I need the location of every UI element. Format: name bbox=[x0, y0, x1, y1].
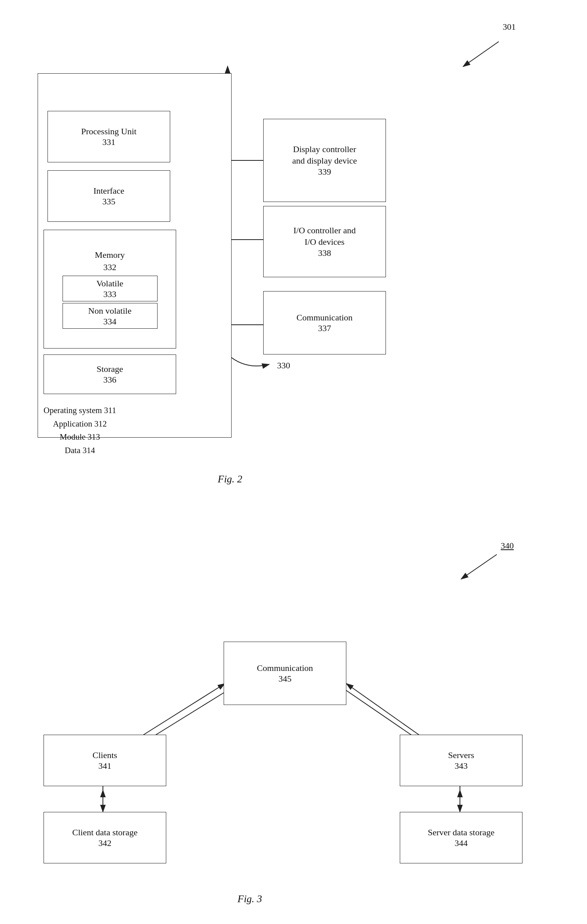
processing-unit-title: Processing Unit bbox=[81, 126, 137, 137]
clients-num: 341 bbox=[99, 761, 112, 771]
ref-330: 330 bbox=[277, 360, 290, 371]
ref-301: 301 bbox=[503, 22, 516, 32]
ref-340: 340 bbox=[501, 541, 514, 551]
fig3-label: Fig. 3 bbox=[237, 893, 262, 905]
server-data-storage-title: Server data storage bbox=[428, 827, 495, 838]
client-data-storage-num: 342 bbox=[99, 838, 112, 848]
svg-line-4 bbox=[463, 42, 499, 67]
svg-line-15 bbox=[461, 554, 497, 579]
display-controller-num: 339 bbox=[318, 167, 331, 177]
svg-line-17 bbox=[141, 684, 225, 737]
storage-num: 336 bbox=[103, 375, 116, 385]
servers-title: Servers bbox=[448, 750, 474, 761]
processing-unit-num: 331 bbox=[103, 137, 116, 147]
clients-title: Clients bbox=[93, 750, 117, 761]
servers-num: 343 bbox=[455, 761, 468, 771]
server-data-storage-num: 344 bbox=[455, 838, 468, 848]
nonvolatile-title: Non volatile bbox=[88, 305, 131, 317]
nonvolatile-num: 334 bbox=[103, 316, 116, 327]
svg-line-19 bbox=[346, 684, 422, 737]
client-data-storage-title: Client data storage bbox=[72, 827, 138, 838]
svg-marker-6 bbox=[225, 65, 230, 73]
os-app-labels: Operating system 311 Application 312 Mod… bbox=[44, 404, 116, 457]
fig2-label: Fig. 2 bbox=[218, 473, 242, 485]
communication345-num: 345 bbox=[279, 674, 292, 684]
volatile-num: 333 bbox=[103, 289, 116, 299]
svg-line-16 bbox=[146, 689, 230, 741]
io-controller-num: 338 bbox=[318, 248, 331, 258]
os-label: Operating system 311 bbox=[44, 404, 116, 417]
data-label: Data 314 bbox=[44, 444, 116, 457]
communication337-title: Communication bbox=[296, 312, 353, 324]
interface-title: Interface bbox=[93, 185, 124, 197]
communication345-title: Communication bbox=[257, 663, 313, 674]
svg-line-18 bbox=[344, 689, 420, 741]
module-label: Module 313 bbox=[44, 431, 116, 444]
communication337-num: 337 bbox=[318, 323, 331, 333]
storage-title: Storage bbox=[97, 364, 123, 375]
memory-num: 332 bbox=[103, 262, 116, 272]
memory-title: Memory bbox=[95, 250, 125, 261]
io-controller-title: I/O controller andI/O devices bbox=[293, 225, 356, 248]
interface-num: 335 bbox=[103, 196, 116, 207]
app-label: Application 312 bbox=[44, 417, 116, 431]
display-controller-title: Display controllerand display device bbox=[292, 144, 357, 166]
volatile-title: Volatile bbox=[96, 278, 123, 290]
